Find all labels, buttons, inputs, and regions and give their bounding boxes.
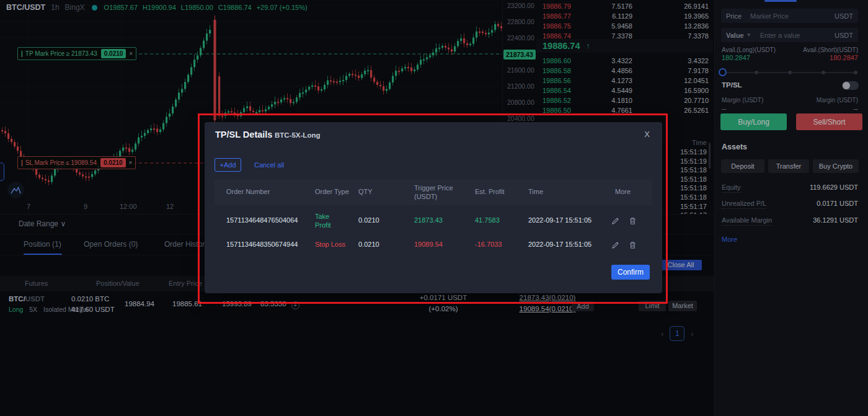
modal-table-header: Order Number Order Type QTY Trigger Pric… xyxy=(215,179,652,205)
tpsl-order-row: 1571134648350674944Stop Loss0.021019089.… xyxy=(215,233,652,258)
edit-order-icon[interactable] xyxy=(611,241,620,249)
add-tpsl-order-button[interactable]: +Add xyxy=(215,158,241,172)
tpsl-order-row: 1571134648476504064TakeProfit0.021021873… xyxy=(215,209,652,234)
cancel-all-link[interactable]: Cancel all xyxy=(254,161,284,169)
trading-app: BTC/USDT 1h BingX O19857.67 H19900.94 L1… xyxy=(0,0,868,416)
modal-subtitle: BTC-5X-Long xyxy=(275,131,320,139)
confirm-button[interactable]: Confirm xyxy=(611,265,650,280)
modal-close-icon[interactable]: X xyxy=(644,130,650,139)
edit-order-icon[interactable] xyxy=(611,216,620,225)
modal-title: TP/SL Details xyxy=(215,130,272,139)
delete-order-icon[interactable] xyxy=(629,241,637,249)
tpsl-details-modal: TP/SL Details BTC-5X-Long X +Add Cancel … xyxy=(205,122,662,293)
delete-order-icon[interactable] xyxy=(629,216,637,225)
